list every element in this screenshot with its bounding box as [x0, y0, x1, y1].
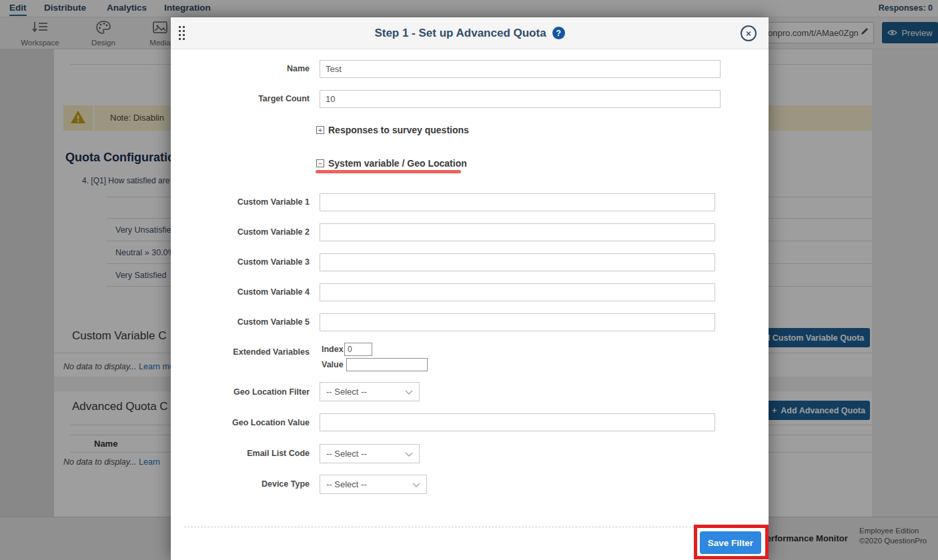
divider [184, 527, 758, 527]
selected-value: -- Select -- [326, 387, 367, 397]
target-count-label: Target Count [176, 94, 310, 103]
email-list-code-label: Email List Code [176, 449, 310, 458]
responses-section-label: Responses to survey questions [328, 125, 469, 135]
selected-value: -- Select -- [326, 479, 367, 489]
chevron-down-icon [405, 387, 413, 397]
system-variable-section-toggle[interactable]: − System variable / Geo Location [316, 158, 467, 169]
red-highlight-annotation [694, 525, 769, 559]
custom-variable-1-input[interactable] [320, 193, 715, 211]
expand-icon: + [316, 126, 324, 134]
custom-variable-4-input[interactable] [320, 283, 715, 301]
email-list-code-select[interactable]: -- Select -- [320, 444, 420, 463]
selected-value: -- Select -- [326, 449, 367, 459]
collapse-icon: − [316, 159, 324, 167]
extended-variables-label: Extended Variables [176, 347, 310, 357]
device-type-select[interactable]: -- Select -- [320, 475, 427, 494]
custom-variable-2-label: Custom Variable 2 [176, 227, 310, 237]
chevron-down-icon [405, 449, 413, 459]
name-label: Name [176, 64, 310, 73]
modal-title: Step 1 - Set up Advanced Quota [374, 27, 546, 40]
custom-variable-4-label: Custom Variable 4 [176, 287, 310, 297]
value-label: Value : [322, 360, 348, 369]
red-underline-annotation [316, 170, 461, 173]
custom-variable-5-input[interactable] [320, 313, 715, 331]
device-type-label: Device Type [176, 479, 310, 489]
target-count-input[interactable] [320, 90, 721, 108]
responses-section-toggle[interactable]: + Responses to survey questions [316, 125, 469, 135]
custom-variable-3-input[interactable] [320, 253, 715, 271]
geo-location-filter-label: Geo Location Filter [176, 387, 310, 397]
name-input[interactable] [320, 60, 721, 78]
geo-location-filter-select[interactable]: -- Select -- [320, 382, 420, 401]
advanced-quota-modal: Step 1 - Set up Advanced Quota ? Name Ta… [171, 17, 769, 560]
custom-variable-2-input[interactable] [320, 223, 715, 241]
modal-header: Step 1 - Set up Advanced Quota ? [171, 17, 769, 49]
geo-location-value-label: Geo Location Value [176, 418, 310, 427]
custom-variable-1-label: Custom Variable 1 [176, 197, 310, 207]
chevron-down-icon [412, 479, 420, 489]
value-input[interactable] [346, 358, 428, 371]
system-variable-section-label: System variable / Geo Location [328, 158, 467, 169]
help-icon[interactable]: ? [552, 27, 565, 39]
drag-handle-icon[interactable] [179, 26, 187, 42]
custom-variable-3-label: Custom Variable 3 [176, 257, 310, 267]
custom-variable-5-label: Custom Variable 5 [176, 317, 310, 327]
index-input[interactable] [344, 343, 372, 356]
close-icon[interactable] [741, 25, 757, 41]
geo-location-value-input[interactable] [320, 413, 715, 431]
